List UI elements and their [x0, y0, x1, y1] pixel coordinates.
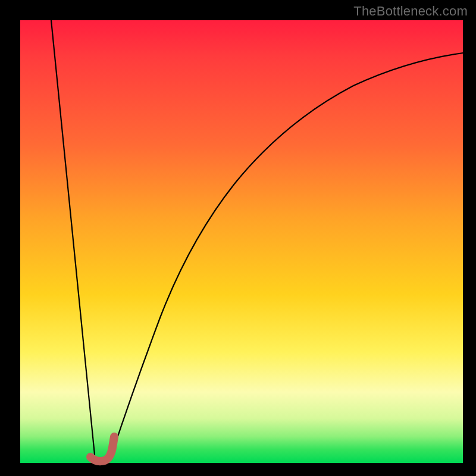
plot-area — [20, 20, 463, 463]
outer-frame: TheBottleneck.com — [0, 0, 476, 476]
curves-svg — [20, 20, 463, 463]
right-ascent-curve — [111, 53, 463, 458]
left-descent-line — [51, 20, 95, 455]
watermark-text: TheBottleneck.com — [353, 4, 468, 19]
